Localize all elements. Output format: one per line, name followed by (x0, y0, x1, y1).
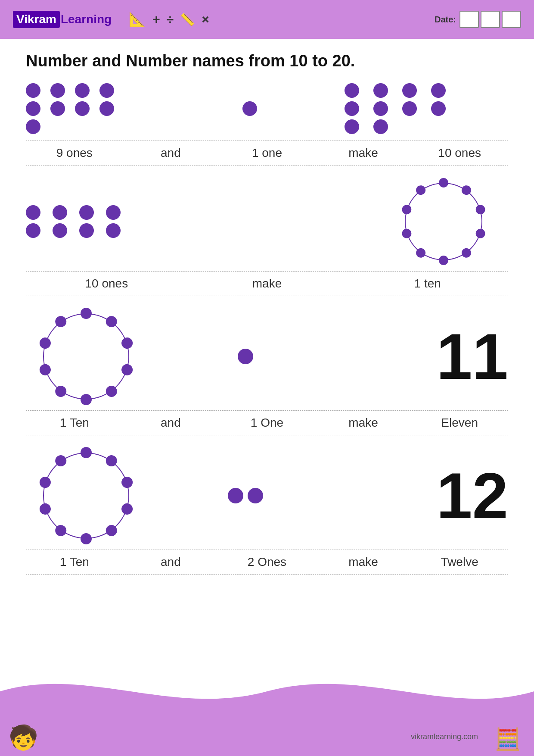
dot (75, 83, 90, 98)
label-1one-3: 1 One (219, 416, 315, 430)
dot (345, 83, 359, 98)
section-1-visual (26, 83, 508, 141)
dot (373, 101, 388, 116)
date-box: Date: (435, 11, 521, 28)
dot (431, 83, 446, 98)
dot (345, 101, 359, 116)
section-3: 11 1 Ten and 1 One make Eleven (26, 309, 508, 435)
label-1ten-4: 1 Ten (26, 555, 123, 569)
section-2-label: 10 ones make 1 ten (26, 271, 508, 296)
divide-icon: ÷ (167, 12, 174, 27)
triangle-icon: 📐 (129, 11, 146, 28)
content: 9 ones and 1 one make 10 ones (0, 75, 534, 596)
label-and-1: and (123, 146, 219, 160)
dot (26, 83, 40, 98)
dot (238, 349, 253, 364)
label-2ones-4: 2 Ones (219, 555, 315, 569)
label-make-2: make (187, 277, 348, 291)
dot (106, 205, 121, 220)
dot (248, 488, 263, 503)
section-2: 10 ones make 1 ten (26, 178, 508, 296)
page-title: Number and Number names from 10 to 20. (0, 39, 534, 75)
dot (50, 83, 65, 98)
dot (99, 101, 114, 116)
label-make-3: make (315, 416, 412, 430)
nine-dots (26, 83, 155, 134)
dot (373, 83, 388, 98)
dot (79, 223, 94, 238)
logo: Vikram Learning (13, 11, 112, 28)
label-10ones: 10 ones (411, 146, 508, 160)
dot (75, 101, 90, 116)
date-input-1[interactable] (459, 11, 479, 28)
plus-icon: + (152, 12, 160, 27)
label-and-3: and (123, 416, 219, 430)
footer-website: vikramlearning.com (13, 732, 521, 741)
label-make-4: make (315, 555, 412, 569)
date-input-2[interactable] (481, 11, 500, 28)
dot (99, 83, 114, 98)
dot (373, 119, 388, 134)
logo-vikram: Vikram (13, 11, 60, 28)
section-3-visual: 11 (26, 309, 508, 410)
date-label: Date: (435, 15, 456, 25)
big-number-12: 12 (436, 463, 508, 528)
logo-learning: Learning (61, 12, 112, 26)
section-4-visual: 12 (26, 448, 508, 550)
circle-ten (379, 178, 508, 265)
dot (26, 223, 40, 238)
dot (345, 119, 359, 134)
dot (106, 223, 121, 238)
label-make-1: make (315, 146, 412, 160)
dot (53, 223, 67, 238)
date-inputs (459, 11, 521, 28)
one-dot-mid (224, 101, 276, 116)
label-1one: 1 one (219, 146, 315, 160)
section-2-visual (26, 178, 508, 271)
number-12: 12 (345, 463, 508, 528)
dot (26, 205, 40, 220)
dot (228, 488, 243, 503)
circle-ten-left (26, 309, 146, 404)
label-1ten: 1 ten (347, 277, 508, 291)
section-4-label: 1 Ten and 2 Ones make Twelve (26, 550, 508, 575)
number-11: 11 (345, 324, 508, 389)
label-9ones: 9 ones (26, 146, 123, 160)
label-and-4: and (123, 555, 219, 569)
one-dot-single (220, 349, 271, 364)
calculator-icon: 🧮 (494, 727, 521, 752)
dot (26, 101, 40, 116)
label-eleven: Eleven (411, 416, 508, 430)
dot (242, 101, 257, 116)
section-1: 9 ones and 1 one make 10 ones (26, 83, 508, 166)
dot (431, 101, 446, 116)
header-icons: 📐 + ÷ 📏 × (129, 11, 209, 28)
section-1-label: 9 ones and 1 one make 10 ones (26, 141, 508, 166)
section-3-label: 1 Ten and 1 One make Eleven (26, 410, 508, 435)
label-twelve: Twelve (411, 555, 508, 569)
kid-icon: 🧒 (9, 724, 38, 752)
ten-dots-left (26, 205, 177, 238)
dot (26, 119, 40, 134)
label-10ones-2: 10 ones (26, 277, 187, 291)
circle-ten-left-4 (26, 448, 146, 543)
dot (402, 101, 417, 116)
dot (402, 83, 417, 98)
date-input-3[interactable] (502, 11, 521, 28)
wave-decoration (0, 665, 534, 717)
dot (53, 205, 67, 220)
dot (50, 101, 65, 116)
two-dots-mid (220, 488, 271, 503)
section-4: 12 1 Ten and 2 Ones make Twelve (26, 448, 508, 575)
footer: 🧒 🧮 vikramlearning.com (0, 717, 534, 756)
header: Vikram Learning 📐 + ÷ 📏 × Date: (0, 0, 534, 39)
times-icon: × (202, 12, 209, 27)
label-1ten-3: 1 Ten (26, 416, 123, 430)
ten-dots-right (345, 83, 508, 134)
big-number-11: 11 (436, 324, 508, 389)
ruler-icon: 📏 (180, 12, 195, 27)
dot (79, 205, 94, 220)
